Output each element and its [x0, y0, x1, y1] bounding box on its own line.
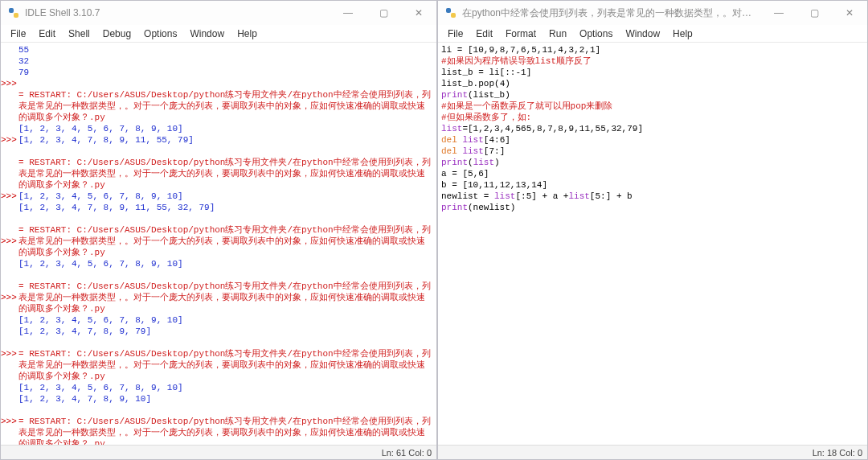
prompt-gutter: >>> >>> >>> >>> >>> >>> >>> [1, 43, 15, 445]
source-code[interactable]: li = [10,9,8,7,6,5,11,4,3,2,1] #如果因为程序错误… [438, 43, 867, 445]
window-title-right: 在python中经常会使用到列表，列表是常见的一种数据类型，。对于一… [462, 6, 761, 20]
code-editor[interactable]: li = [10,9,8,7,6,5,11,4,3,2,1] #如果因为程序错误… [438, 43, 867, 445]
window-title-left: IDLE Shell 3.10.7 [25, 7, 330, 18]
idle-editor-window: 在python中经常会使用到列表，列表是常见的一种数据类型，。对于一… — ▢ … [437, 0, 868, 460]
svg-rect-0 [9, 8, 14, 13]
menu-window[interactable]: Window [183, 27, 231, 41]
python-icon [444, 6, 457, 19]
menu-format[interactable]: Format [499, 27, 542, 41]
titlebar-right[interactable]: 在python中经常会使用到列表，列表是常见的一种数据类型，。对于一… — ▢ … [438, 1, 867, 25]
svg-rect-2 [446, 8, 451, 13]
menubar-left: File Edit Shell Debug Options Window Hel… [1, 25, 436, 43]
maximize-button[interactable]: ▢ [796, 1, 832, 25]
menu-help[interactable]: Help [666, 27, 699, 41]
idle-shell-window: IDLE Shell 3.10.7 — ▢ ✕ File Edit Shell … [0, 0, 437, 460]
menu-run[interactable]: Run [542, 27, 573, 41]
menubar-right: File Edit Format Run Options Window Help [438, 25, 867, 43]
close-button[interactable]: ✕ [832, 1, 867, 25]
shell-output[interactable]: 55 32 79 = RESTART: C:/Users/ASUS/Deskto… [15, 43, 436, 445]
menu-help[interactable]: Help [231, 27, 264, 41]
status-text-left: Ln: 61 Col: 0 [382, 448, 432, 458]
menu-shell[interactable]: Shell [62, 27, 96, 41]
shell-editor[interactable]: >>> >>> >>> >>> >>> >>> >>> 55 32 79 = R… [1, 43, 436, 445]
status-text-right: Ln: 18 Col: 0 [813, 448, 862, 458]
menu-edit[interactable]: Edit [469, 27, 499, 41]
svg-rect-1 [14, 13, 18, 18]
svg-rect-3 [451, 13, 456, 18]
close-button[interactable]: ✕ [401, 1, 436, 25]
titlebar-left[interactable]: IDLE Shell 3.10.7 — ▢ ✕ [1, 1, 436, 25]
statusbar-left: Ln: 61 Col: 0 [1, 445, 436, 459]
statusbar-right: Ln: 18 Col: 0 [438, 445, 867, 459]
minimize-button[interactable]: — [761, 1, 796, 25]
maximize-button[interactable]: ▢ [366, 1, 401, 25]
menu-options[interactable]: Options [573, 27, 619, 41]
menu-window[interactable]: Window [619, 27, 666, 41]
menu-debug[interactable]: Debug [96, 27, 137, 41]
menu-edit[interactable]: Edit [32, 27, 62, 41]
menu-file[interactable]: File [441, 27, 469, 41]
menu-options[interactable]: Options [137, 27, 183, 41]
python-icon [7, 6, 20, 19]
minimize-button[interactable]: — [330, 1, 366, 25]
menu-file[interactable]: File [4, 27, 32, 41]
